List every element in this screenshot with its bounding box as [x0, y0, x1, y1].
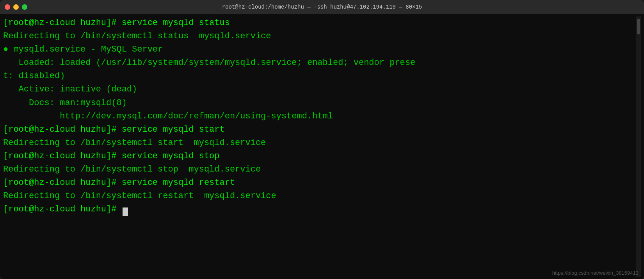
line-1: [root@hz-cloud huzhu]# service mysqld st…	[3, 16, 636, 30]
line-9: [root@hz-cloud huzhu]# service mysqld st…	[3, 123, 636, 136]
titlebar: root@hz-cloud:/home/huzhu — -ssh huzhu@4…	[0, 0, 644, 14]
line-4: Loaded: loaded (/usr/lib/systemd/system/…	[3, 56, 636, 70]
line-15[interactable]: [root@hz-cloud huzhu]#	[3, 203, 636, 216]
line-10: Redirecting to /bin/systemctl start mysq…	[3, 136, 636, 150]
maximize-button[interactable]	[22, 4, 27, 10]
line-8: http://dev.mysql.com/doc/refman/en/using…	[3, 110, 636, 123]
line-2: Redirecting to /bin/systemctl status mys…	[3, 30, 636, 43]
minimize-button[interactable]	[13, 4, 19, 10]
line-5: t: disabled)	[3, 70, 636, 83]
watermark: https://blog.csdn.net/weixin_38169413	[552, 270, 639, 276]
terminal-body[interactable]: [root@hz-cloud huzhu]# service mysqld st…	[0, 14, 644, 279]
line-13: [root@hz-cloud huzhu]# service mysqld re…	[3, 176, 636, 190]
line-3: ● mysqld.service - MySQL Server	[3, 43, 636, 56]
scrollbar-thumb[interactable]	[637, 19, 640, 34]
line-12: Redirecting to /bin/systemctl stop mysql…	[3, 163, 636, 176]
traffic-lights	[5, 4, 27, 10]
scrollbar[interactable]	[636, 16, 641, 277]
line-14: Redirecting to /bin/systemctl restart my…	[3, 190, 636, 203]
line-11: [root@hz-cloud huzhu]# service mysqld st…	[3, 150, 636, 163]
terminal-cursor	[123, 207, 128, 216]
line-7: Docs: man:mysqld(8)	[3, 97, 636, 110]
terminal-window: root@hz-cloud:/home/huzhu — -ssh huzhu@4…	[0, 0, 644, 279]
close-button[interactable]	[5, 4, 10, 10]
window-title: root@hz-cloud:/home/huzhu — -ssh huzhu@4…	[222, 4, 422, 10]
line-6: Active: inactive (dead)	[3, 83, 636, 96]
terminal-content: [root@hz-cloud huzhu]# service mysqld st…	[3, 16, 636, 277]
